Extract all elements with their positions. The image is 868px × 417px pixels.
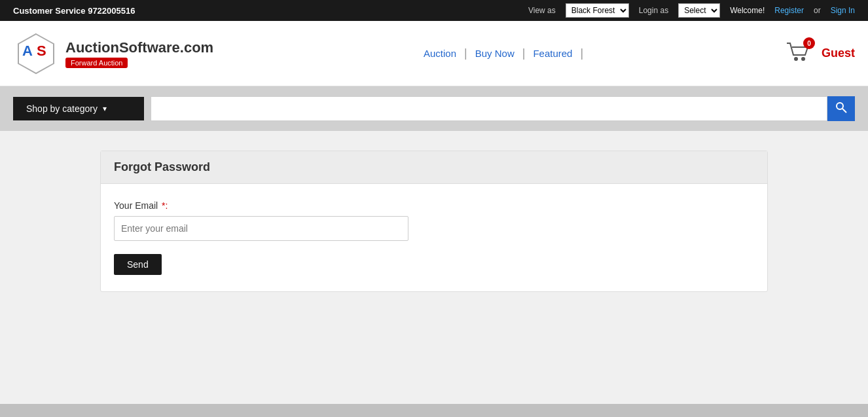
top-bar: Customer Service 9722005516 View as Blac…	[0, 0, 868, 21]
svg-text:S: S	[37, 43, 46, 59]
email-label: Your Email *:	[114, 200, 754, 211]
logo-badge: Forward Auction	[65, 58, 128, 68]
main-nav: Auction | Buy Now | Featured |	[213, 46, 786, 60]
cart-icon-wrap[interactable]: 0	[786, 41, 812, 66]
logo-icon: A S	[13, 31, 59, 77]
svg-point-3	[794, 57, 798, 61]
cart-section: 0 Guest	[786, 41, 855, 66]
nav-sep-3: |	[580, 46, 583, 60]
shop-category-label: Shop by category	[26, 103, 98, 114]
dropdown-arrow-icon: ▾	[103, 104, 107, 113]
email-input[interactable]	[114, 216, 408, 241]
email-form-group: Your Email *:	[114, 200, 754, 241]
required-marker: *:	[162, 200, 168, 211]
login-as-select[interactable]: Select	[678, 3, 720, 18]
customer-service: Customer Service 9722005516	[13, 6, 528, 16]
logo-link[interactable]: A S AuctionSoftware.com Forward Auction	[13, 31, 213, 77]
forgot-password-header: Forgot Password	[101, 151, 767, 184]
shop-category-button[interactable]: Shop by category ▾	[13, 97, 144, 120]
top-bar-right: View as Black Forest Login as Select Wel…	[528, 3, 855, 18]
search-input-wrap	[151, 96, 855, 121]
send-button[interactable]: Send	[114, 254, 162, 275]
login-as-label: Login as	[639, 6, 668, 15]
logo-name: AuctionSoftware.com	[65, 39, 213, 56]
search-button[interactable]	[827, 96, 855, 121]
sign-in-link[interactable]: Sign In	[831, 6, 855, 15]
guest-label: Guest	[822, 46, 855, 60]
search-input[interactable]	[151, 96, 827, 121]
welcome-text: Welcome!	[730, 6, 765, 15]
search-icon	[835, 101, 847, 116]
or-text: or	[814, 6, 821, 15]
forgot-password-box: Forgot Password Your Email *: Send	[100, 151, 768, 292]
forgot-password-body: Your Email *: Send	[101, 184, 767, 291]
nav-featured[interactable]: Featured	[525, 48, 580, 59]
svg-line-6	[842, 109, 846, 113]
forgot-password-title: Forgot Password	[114, 160, 754, 174]
svg-text:A: A	[22, 43, 33, 59]
nav-auction[interactable]: Auction	[416, 48, 464, 59]
view-as-select[interactable]: Black Forest	[566, 3, 629, 18]
cart-badge: 0	[803, 37, 815, 49]
nav-buy-now[interactable]: Buy Now	[467, 48, 522, 59]
view-as-label: View as	[528, 6, 556, 15]
search-bar: Shop by category ▾	[0, 86, 868, 131]
register-link[interactable]: Register	[774, 6, 804, 15]
main-content: Forgot Password Your Email *: Send	[0, 131, 868, 393]
header: A S AuctionSoftware.com Forward Auction …	[0, 21, 868, 86]
svg-point-5	[837, 103, 843, 109]
logo-text: AuctionSoftware.com Forward Auction	[65, 39, 213, 68]
svg-point-4	[801, 57, 805, 61]
